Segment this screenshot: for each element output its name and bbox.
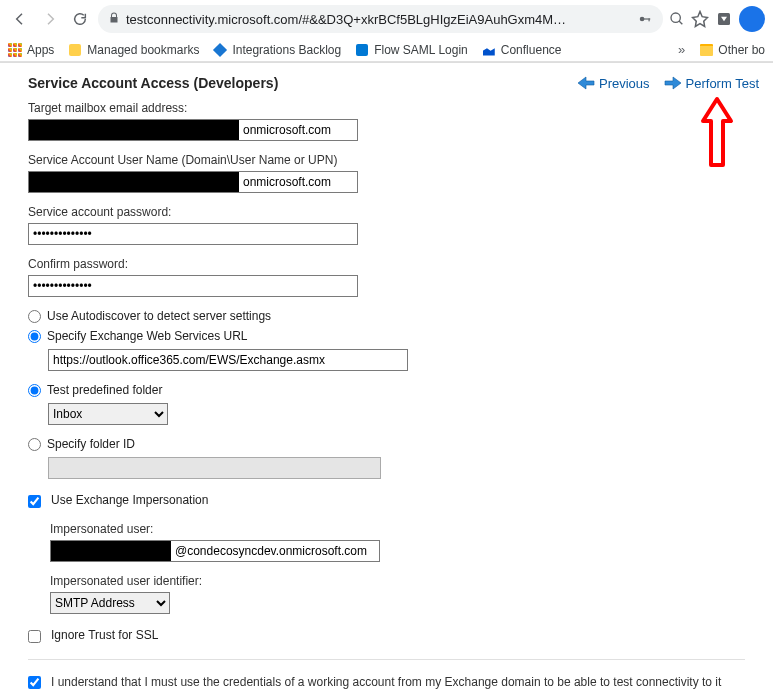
folder-icon [699,43,713,57]
extension-icon[interactable] [715,10,733,28]
url-bar[interactable]: testconnectivity.microsoft.com/#&&D3Q+xk… [98,5,663,33]
bookmark-managed[interactable]: Managed bookmarks [68,43,199,57]
forward-button[interactable] [38,7,62,31]
page-header: Service Account Access (Developers) Prev… [2,63,771,101]
url-text: testconnectivity.microsoft.com/#&&D3Q+xk… [126,12,631,27]
specify-ews-url-label: Specify Exchange Web Services URL [47,329,248,343]
impersonated-identifier-select[interactable]: SMTP Address [50,592,170,614]
specify-ews-url-radio[interactable] [28,330,41,343]
perform-test-label: Perform Test [686,76,759,91]
service-account-username-input[interactable] [28,171,358,193]
bookmark-label: Confluence [501,43,562,57]
bookmark-label: Managed bookmarks [87,43,199,57]
password-input[interactable] [28,223,358,245]
browser-toolbar: testconnectivity.microsoft.com/#&&D3Q+xk… [0,0,773,38]
zoom-icon[interactable] [669,11,685,27]
use-impersonation-checkbox[interactable] [28,495,41,508]
svg-rect-2 [649,18,650,21]
apps-shortcut[interactable]: Apps [8,43,54,57]
perform-test-button[interactable]: Perform Test [664,76,759,91]
impersonated-user-input[interactable] [50,540,380,562]
profile-avatar[interactable] [739,6,765,32]
specify-folder-id-radio[interactable] [28,438,41,451]
bookmark-confluence[interactable]: Confluence [482,43,562,57]
apps-grid-icon [8,43,22,57]
folder-select[interactable]: Inbox [48,403,168,425]
predefined-folder-label: Test predefined folder [47,383,162,397]
bookmark-star-icon[interactable] [691,10,709,28]
bookmark-icon [482,43,496,57]
impersonated-identifier-label: Impersonated user identifier: [50,574,745,588]
autodiscover-label: Use Autodiscover to detect server settin… [47,309,271,323]
reload-button[interactable] [68,7,92,31]
confirm-password-label: Confirm password: [28,257,745,271]
apps-label: Apps [27,43,54,57]
bookmark-icon [213,43,227,57]
predefined-folder-radio[interactable] [28,384,41,397]
ignore-ssl-label: Ignore Trust for SSL [51,628,158,642]
lock-icon [108,12,120,27]
service-account-username-label: Service Account User Name (Domain\User N… [28,153,745,167]
bookmark-label: Flow SAML Login [374,43,468,57]
password-label: Service account password: [28,205,745,219]
key-icon[interactable] [637,12,653,26]
bookmark-flow[interactable]: Flow SAML Login [355,43,468,57]
browser-chrome: testconnectivity.microsoft.com/#&&D3Q+xk… [0,0,773,63]
impersonated-user-label: Impersonated user: [50,522,745,536]
autodiscover-radio[interactable] [28,310,41,323]
bookmarks-bar: Apps Managed bookmarks Integrations Back… [0,38,773,62]
acknowledge-text: I understand that I must use the credent… [51,674,745,689]
page-content: Service Account Access (Developers) Prev… [0,63,773,689]
svg-point-0 [640,17,645,22]
acknowledge-checkbox[interactable] [28,676,41,689]
bookmark-integrations[interactable]: Integrations Backlog [213,43,341,57]
ignore-ssl-checkbox[interactable] [28,630,41,643]
confirm-password-input[interactable] [28,275,358,297]
specify-folder-id-label: Specify folder ID [47,437,135,451]
target-mailbox-label: Target mailbox email address: [28,101,745,115]
other-bookmarks[interactable]: Other bo [699,43,765,57]
previous-button[interactable]: Previous [577,76,650,91]
use-impersonation-label: Use Exchange Impersonation [51,493,208,507]
other-bookmarks-label: Other bo [718,43,765,57]
bookmark-label: Integrations Backlog [232,43,341,57]
ews-url-input[interactable] [48,349,408,371]
divider [28,659,745,660]
arrow-left-icon [577,76,595,90]
overflow-chevron-icon[interactable]: » [678,42,685,57]
back-button[interactable] [8,7,32,31]
svg-point-3 [671,13,680,22]
bookmark-icon [68,43,82,57]
bookmark-icon [355,43,369,57]
target-mailbox-input[interactable] [28,119,358,141]
previous-label: Previous [599,76,650,91]
folder-id-input [48,457,381,479]
arrow-right-icon [664,76,682,90]
page-title: Service Account Access (Developers) [28,75,278,91]
